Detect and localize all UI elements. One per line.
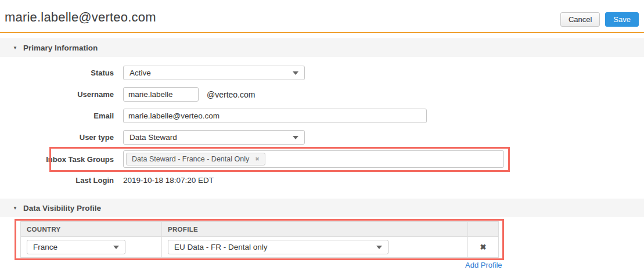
country-column-header: COUNTRY [21,222,162,237]
username-input[interactable] [123,87,199,102]
user-type-label: User type [0,133,123,142]
page-title: marie.labelle@verteo.com [5,10,156,25]
header-actions: Cancel Save [560,12,639,27]
profile-column-header: PROFILE [162,222,468,237]
chevron-down-icon [113,246,119,249]
task-group-tag: Data Steward - France - Dental Only ✖ [126,153,265,165]
field-row-last-login: Last Login 2019-10-18 18:07:20 EDT [0,176,214,185]
section-data-visibility-profile[interactable]: ▼ Data Visibility Profile [0,199,644,217]
field-row-status: Status Active [0,66,305,80]
table-row: France EU Data - FR - Dental only ✖ [21,237,499,258]
collapse-triangle-icon[interactable]: ▼ [13,206,17,211]
username-label: Username [0,90,123,99]
inbox-task-groups-label: Inbox Task Groups [0,155,123,164]
section-title: Data Visibility Profile [23,204,101,213]
delete-row-icon[interactable]: ✖ [468,237,499,258]
cancel-button[interactable]: Cancel [560,12,600,27]
country-select[interactable]: France [27,240,125,254]
chevron-down-icon [293,71,298,75]
user-type-selected-value: Data Steward [129,133,177,142]
task-group-tag-label: Data Steward - France - Dental Only [132,155,249,163]
data-visibility-table: COUNTRY PROFILE France EU Data - FR - De… [20,221,499,258]
section-title: Primary Information [23,44,98,52]
user-type-select[interactable]: Data Steward [123,130,305,145]
actions-column-header [468,222,499,237]
profile-select[interactable]: EU Data - FR - Dental only [168,240,388,254]
status-selected-value: Active [129,69,151,77]
email-input[interactable] [123,109,427,123]
field-row-username: Username @verteo.com [0,87,255,102]
chevron-down-icon [293,136,298,139]
profile-selected-value: EU Data - FR - Dental only [174,243,268,251]
section-primary-information[interactable]: ▼ Primary Information [0,38,644,57]
profile-cell: EU Data - FR - Dental only [162,237,468,258]
inbox-task-groups-input[interactable]: Data Steward - France - Dental Only ✖ [123,150,504,168]
tag-remove-icon[interactable]: ✖ [255,156,260,162]
page-header: marie.labelle@verteo.com Cancel Save [0,0,644,33]
field-row-email: Email [0,109,427,123]
add-profile-link[interactable]: Add Profile [465,261,502,269]
table-header-row: COUNTRY PROFILE [21,222,499,237]
email-label: Email [0,111,123,120]
username-domain-suffix: @verteo.com [207,90,255,99]
collapse-triangle-icon[interactable]: ▼ [13,45,17,51]
last-login-label: Last Login [0,176,123,185]
status-label: Status [0,69,123,77]
field-row-user-type: User type Data Steward [0,130,305,145]
last-login-value: 2019-10-18 18:07:20 EDT [123,176,214,185]
country-cell: France [21,237,162,258]
country-selected-value: France [33,243,57,251]
status-select[interactable]: Active [123,66,305,80]
field-row-inbox-task-groups: Inbox Task Groups Data Steward - France … [0,150,504,168]
save-button[interactable]: Save [605,12,639,27]
chevron-down-icon [376,246,382,249]
